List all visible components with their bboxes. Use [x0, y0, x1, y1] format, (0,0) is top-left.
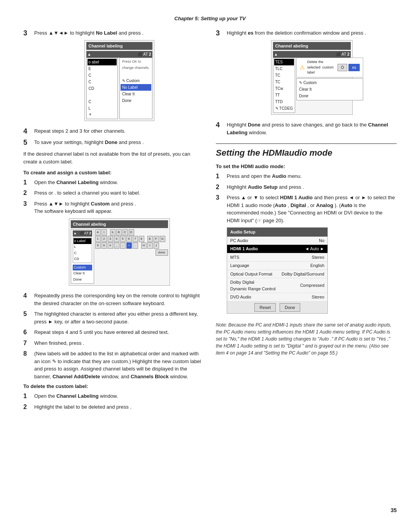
sub-step2-content: Press or . to select a channel you want …: [34, 189, 204, 197]
menu-item: change channels.: [121, 65, 151, 71]
key-dot[interactable]: .: [133, 242, 138, 249]
del-step1-bold: Channel Labeling: [56, 393, 98, 399]
audio-row-dvd: DVD Audio Stereo: [227, 293, 327, 302]
left-step3-content: Press ▲▼◄► to highlight No Label and pre…: [34, 29, 204, 124]
keyboard-box-title: Channel abeling: [71, 220, 168, 228]
right-topbar-left: ▲: [274, 51, 278, 57]
sub-step3-sub: The software keyboard will appear.: [34, 208, 112, 214]
keyboard-right-panel: AI bBCD 12345678 EFG 9: [95, 229, 168, 284]
key-6[interactable]: 6: [126, 236, 132, 242]
sub-step-num-7: 7: [23, 339, 32, 347]
key-0[interactable]: 0: [102, 242, 107, 249]
menu-item: [121, 71, 151, 77]
list-item: TTD: [274, 98, 294, 105]
key-4[interactable]: 4: [114, 236, 119, 242]
left-step3-prefix: Press ▲▼◄► to highlight: [34, 30, 96, 36]
key-H[interactable]: H: [141, 242, 147, 249]
list-item: o abel: [88, 59, 117, 65]
key-2[interactable]: 2: [102, 236, 107, 242]
left-step5-content: To save your settings, highlight Done an…: [34, 139, 204, 146]
hdmi-step2-content: Highlight Audio Setup and press .: [227, 183, 397, 191]
key-E[interactable]: E: [147, 236, 153, 242]
key-dash[interactable]: -: [120, 242, 126, 249]
key-A[interactable]: A: [95, 229, 101, 235]
step-number-4: 4: [23, 127, 32, 136]
audio-label-optical: Optical Output Format: [230, 271, 272, 277]
channel-box-1-topbar-right: ⬛ AT 2: [138, 51, 151, 57]
channel-right-side: ⚠ Delete the selected custom label O es: [296, 58, 363, 113]
left-step4: 4 Repeat steps 2 and 3 for other channel…: [23, 127, 204, 136]
keyboard-left-panel: ▲⬛AT 2 o Label L C CD Custom: [71, 229, 94, 284]
sub-step3: 3 Press ▲▼► to highlight Custom and pres…: [23, 200, 204, 289]
hdmi-step3-digital: Digital: [290, 202, 306, 208]
audio-label-hdmi1: HDMI 1 Audio: [230, 246, 258, 252]
subsection-hdmi: To set the HDMI audio mode:: [216, 163, 397, 169]
key-5[interactable]: 5: [120, 236, 126, 242]
key-8[interactable]: 8: [139, 236, 144, 242]
sub-step4-content: Repeatedly press the corresponding key o…: [34, 292, 204, 307]
right-step-num-3: 3: [216, 29, 224, 38]
list-item: ✎ TCDEG: [274, 105, 294, 112]
sub-step1-prefix: Open the: [34, 179, 56, 185]
key-1[interactable]: 1: [95, 236, 101, 242]
right-step-num-4: 4: [216, 121, 224, 130]
key-D[interactable]: D: [129, 229, 134, 235]
list-item: L: [88, 105, 117, 112]
keyboard-box: Channel abeling ▲⬛AT 2 o Label L C CD: [69, 218, 170, 286]
dialog-btn-yes[interactable]: es: [348, 64, 360, 71]
kb-list-row: C: [74, 250, 91, 256]
del-step2-content: Highlight the label to be deleted and pr…: [34, 403, 204, 411]
list-item-arrow: ▼: [88, 112, 117, 118]
audio-row-optical: Optical Output Format Dolby Digital/Surr…: [227, 270, 327, 279]
step-number-3: 3: [23, 29, 32, 38]
key-plus[interactable]: +: [126, 242, 132, 249]
key-J[interactable]: J: [154, 242, 159, 249]
kb-list-row: o Label: [74, 238, 91, 244]
sub-step-num-4: 4: [23, 292, 32, 299]
channel-box-right-inner: TES TLC TC TC TCw TT TTD ✎ TCDEG: [273, 58, 351, 113]
audio-label-pc: PC Audio: [230, 237, 248, 244]
warning-icon: ⚠: [300, 63, 305, 72]
hdmi-step3-analog: Analog: [316, 202, 333, 208]
list-item: TCw: [274, 85, 294, 92]
key-b[interactable]: b: [110, 229, 116, 235]
key-F[interactable]: F: [154, 236, 159, 242]
channel-menu-right: ✎ Custom Clear It Done: [296, 78, 363, 100]
left-step5: 5 To save your settings, highlight Done …: [23, 139, 204, 147]
del-step-num-1: 1: [23, 392, 32, 400]
menu-item-nolabel: No Label: [121, 84, 151, 91]
right-step4-content: Highlight Done and press to save changes…: [227, 121, 397, 136]
audio-reset-btn[interactable]: Reset: [254, 303, 276, 312]
audio-value-hdmi1: ◄ Auto ►: [305, 246, 324, 252]
left-step5-suffix: and press .: [117, 139, 144, 145]
audio-setup-title: Audio Setup: [227, 228, 327, 237]
key-B[interactable]: B: [116, 229, 122, 235]
kb-row-1: AI bBCD: [95, 229, 168, 235]
dialog-btn-o[interactable]: O: [338, 64, 348, 71]
sub-step5-content: The highlighted character is entered aft…: [34, 310, 204, 325]
key-9[interactable]: 9: [95, 242, 101, 249]
key-7[interactable]: 7: [133, 236, 138, 242]
hdmi-step2-bold: Audio Setup: [248, 184, 278, 190]
key-hash[interactable]: #: [108, 242, 113, 249]
kb-channel-list: o Label L C CD: [73, 237, 92, 263]
step-number-5: 5: [23, 139, 32, 147]
kb-done-btn[interactable]: done: [156, 249, 168, 256]
key-C[interactable]: C: [122, 229, 128, 235]
sub-step1-suffix: window.: [98, 179, 118, 185]
right-top-section: 3 Highlight es from the deletion confirm…: [216, 29, 397, 136]
key-I2[interactable]: I: [147, 242, 153, 249]
audio-done-btn[interactable]: Done: [280, 303, 300, 312]
key-G[interactable]: G: [160, 236, 165, 242]
audio-value-dvd: Stereo: [312, 294, 324, 300]
key-space[interactable]: _: [114, 242, 119, 249]
subsection-delete: To delete the custom label:: [23, 383, 204, 389]
key-I[interactable]: I: [102, 229, 107, 235]
key-3[interactable]: 3: [108, 236, 113, 242]
kb-topbar: ▲⬛AT 2: [73, 230, 92, 237]
audio-row-mts: MTS Stereo: [227, 253, 327, 262]
sub-step2: 2 Press or . to select a channel you wan…: [23, 189, 204, 197]
kb-custom-btn[interactable]: Custom: [73, 265, 92, 271]
hdmi-step3-bold1: HDMI 1 Audio: [280, 195, 313, 200]
right-step4: 4 Highlight Done and press to save chang…: [216, 121, 397, 136]
